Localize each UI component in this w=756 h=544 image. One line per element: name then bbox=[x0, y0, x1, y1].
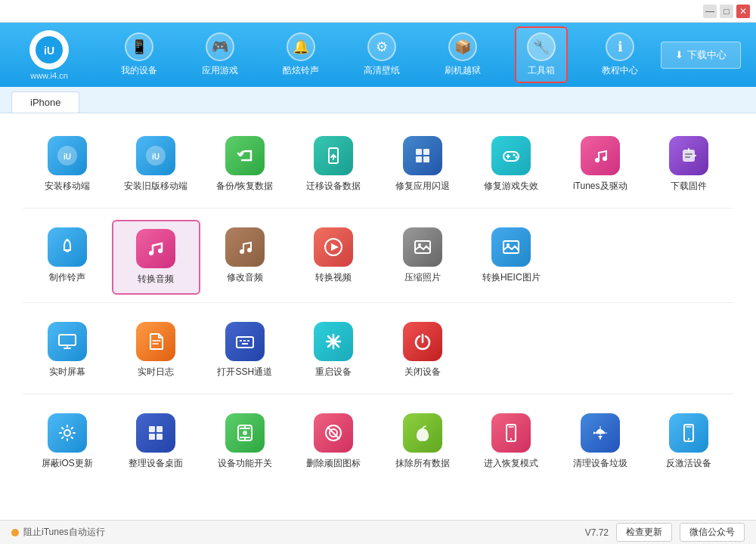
tool-compress-photo[interactable]: 压缩照片 bbox=[378, 220, 467, 295]
tool-label-install-old: 安装旧版移动端 bbox=[124, 180, 187, 193]
tool-label-device-toggle: 设备功能开关 bbox=[218, 457, 272, 470]
tool-edit-audio[interactable]: 修改音频 bbox=[200, 220, 290, 295]
tool-label-fix-app: 修复应用闪退 bbox=[395, 180, 450, 193]
tool-recovery-mode[interactable]: 进入恢复模式 bbox=[467, 406, 556, 478]
nav-item-wallpaper[interactable]: ⚙ 高清壁纸 bbox=[353, 28, 411, 82]
nav-icon-app-games: 🎮 bbox=[206, 32, 234, 61]
nav-item-my-device[interactable]: 📱 我的设备 bbox=[110, 28, 168, 82]
nav-item-tutorial[interactable]: ℹ 教程中心 bbox=[591, 28, 649, 82]
tool-icon-device-toggle bbox=[225, 413, 265, 453]
tool-label-remove-stubborn: 删除顽固图标 bbox=[306, 457, 361, 470]
tool-download-firmware[interactable]: 下载固件 bbox=[645, 128, 734, 200]
tool-realtime-screen[interactable]: 实时屏幕 bbox=[23, 314, 112, 386]
tool-organize-desktop[interactable]: 整理设备桌面 bbox=[112, 406, 201, 478]
tool-icon-migrate-data bbox=[314, 136, 353, 175]
tool-shutdown-device[interactable]: 关闭设备 bbox=[378, 314, 467, 386]
tool-label-block-ios-update: 屏蔽iOS更新 bbox=[42, 457, 93, 470]
svg-rect-36 bbox=[149, 426, 155, 432]
svg-rect-33 bbox=[242, 343, 248, 345]
tool-icon-clean-junk bbox=[581, 413, 620, 453]
tool-make-ringtone[interactable]: 制作铃声 bbox=[23, 220, 112, 295]
download-center-button[interactable]: ⬇ 下载中心 bbox=[661, 42, 741, 69]
tool-label-itunes-driver: iTunes及驱动 bbox=[573, 180, 627, 193]
tool-fix-game[interactable]: 修复游戏失效 bbox=[467, 128, 556, 200]
nav-item-toolbox[interactable]: 🔧 工具箱 bbox=[515, 26, 568, 83]
tool-icon-open-ssh bbox=[225, 322, 265, 361]
nav-item-ringtones[interactable]: 🔔 酷炫铃声 bbox=[272, 28, 330, 82]
tool-deactivate[interactable]: 反激活设备 bbox=[645, 406, 734, 478]
tool-label-organize-desktop: 整理设备桌面 bbox=[129, 457, 183, 470]
tool-label-migrate-data: 迁移设备数据 bbox=[306, 180, 361, 193]
tool-reboot-device[interactable]: 重启设备 bbox=[290, 314, 379, 386]
tool-icon-itunes-driver bbox=[581, 136, 620, 175]
nav-label-app-games: 应用游戏 bbox=[202, 64, 238, 77]
tool-convert-heic[interactable]: 转换HEIC图片 bbox=[467, 220, 556, 295]
svg-point-20 bbox=[240, 249, 244, 254]
nav-item-jailbreak[interactable]: 📦 刷机越狱 bbox=[434, 28, 491, 82]
svg-point-41 bbox=[243, 431, 247, 435]
tool-icon-install-app: iU bbox=[48, 136, 87, 175]
iphone-tab[interactable]: iPhone bbox=[11, 91, 79, 113]
nav-label-toolbox: 工具箱 bbox=[528, 64, 555, 77]
tool-convert-audio[interactable]: 转换音频 bbox=[112, 220, 201, 295]
nav-icon-my-device: 📱 bbox=[125, 32, 153, 61]
svg-point-49 bbox=[688, 438, 689, 440]
tool-icon-edit-audio bbox=[225, 227, 265, 267]
svg-text:iU: iU bbox=[64, 153, 71, 161]
svg-rect-28 bbox=[59, 335, 76, 345]
tool-label-make-ringtone: 制作铃声 bbox=[49, 271, 85, 284]
tool-label-backup-restore: 备份/恢复数据 bbox=[216, 180, 273, 193]
svg-rect-8 bbox=[423, 149, 429, 155]
tool-label-convert-heic: 转换HEIC图片 bbox=[482, 271, 541, 284]
tool-row-3: 实时屏幕实时日志打开SSH通道重启设备关闭设备 bbox=[23, 314, 733, 394]
svg-text:iU: iU bbox=[152, 153, 160, 161]
tool-label-deactivate: 反激活设备 bbox=[666, 457, 711, 470]
tool-icon-make-ringtone bbox=[48, 227, 87, 267]
tool-backup-restore[interactable]: 备份/恢复数据 bbox=[200, 128, 290, 200]
tool-realtime-log[interactable]: 实时日志 bbox=[112, 314, 201, 386]
svg-rect-38 bbox=[149, 434, 155, 440]
tool-icon-fix-game bbox=[491, 136, 531, 175]
header: iU www.i4.cn 📱 我的设备 🎮 应用游戏 🔔 酷炫铃声 ⚙ 高清壁纸… bbox=[0, 23, 756, 87]
nav-icon-wallpaper: ⚙ bbox=[367, 32, 396, 61]
nav-item-app-games[interactable]: 🎮 应用游戏 bbox=[191, 28, 249, 82]
logo-icon: iU bbox=[29, 30, 69, 70]
wechat-button[interactable]: 微信公众号 bbox=[680, 523, 745, 542]
tool-icon-download-firmware bbox=[669, 136, 708, 175]
tool-convert-video[interactable]: 转换视频 bbox=[290, 220, 379, 295]
tool-install-old[interactable]: iU安装旧版移动端 bbox=[112, 128, 201, 200]
status-left: 阻止iTunes自动运行 bbox=[11, 526, 105, 539]
itunes-status-label: 阻止iTunes自动运行 bbox=[23, 526, 105, 539]
nav-label-wallpaper: 高清壁纸 bbox=[364, 64, 400, 77]
close-button[interactable]: ✕ bbox=[736, 5, 750, 18]
svg-rect-32 bbox=[247, 340, 249, 342]
svg-text:iU: iU bbox=[44, 45, 54, 57]
tool-itunes-driver[interactable]: iTunes及驱动 bbox=[556, 128, 645, 200]
tool-icon-reboot-device bbox=[314, 322, 353, 361]
check-update-button[interactable]: 检查更新 bbox=[616, 523, 672, 542]
tool-label-convert-audio: 转换音频 bbox=[138, 273, 174, 286]
tool-clean-junk[interactable]: 清理设备垃圾 bbox=[556, 406, 645, 478]
logo-area[interactable]: iU www.i4.cn bbox=[8, 30, 91, 80]
maximize-button[interactable]: □ bbox=[720, 5, 733, 18]
tool-label-compress-photo: 压缩照片 bbox=[404, 271, 441, 284]
svg-rect-37 bbox=[156, 426, 163, 432]
tool-label-download-firmware: 下载固件 bbox=[671, 180, 707, 193]
tool-open-ssh[interactable]: 打开SSH通道 bbox=[200, 314, 290, 386]
tool-label-realtime-log: 实时日志 bbox=[138, 366, 174, 379]
tool-block-ios-update[interactable]: 屏蔽iOS更新 bbox=[23, 406, 112, 478]
tool-fix-app[interactable]: 修复应用闪退 bbox=[378, 128, 467, 200]
tool-label-reboot-device: 重启设备 bbox=[315, 366, 352, 379]
svg-rect-39 bbox=[156, 434, 163, 440]
nav-label-ringtones: 酷炫铃声 bbox=[283, 64, 319, 77]
tool-label-erase-all: 抹除所有数据 bbox=[395, 457, 450, 470]
tool-erase-all[interactable]: 抹除所有数据 bbox=[378, 406, 467, 478]
tool-install-app[interactable]: iU安装移动端 bbox=[23, 128, 112, 200]
status-indicator bbox=[11, 529, 19, 536]
tool-icon-realtime-log bbox=[136, 322, 175, 361]
tool-remove-stubborn[interactable]: 删除顽固图标 bbox=[290, 406, 379, 478]
minimize-button[interactable]: — bbox=[703, 5, 717, 18]
tool-migrate-data[interactable]: 迁移设备数据 bbox=[290, 128, 379, 200]
tool-device-toggle[interactable]: 设备功能开关 bbox=[200, 406, 290, 478]
version-label: V7.72 bbox=[585, 527, 609, 538]
